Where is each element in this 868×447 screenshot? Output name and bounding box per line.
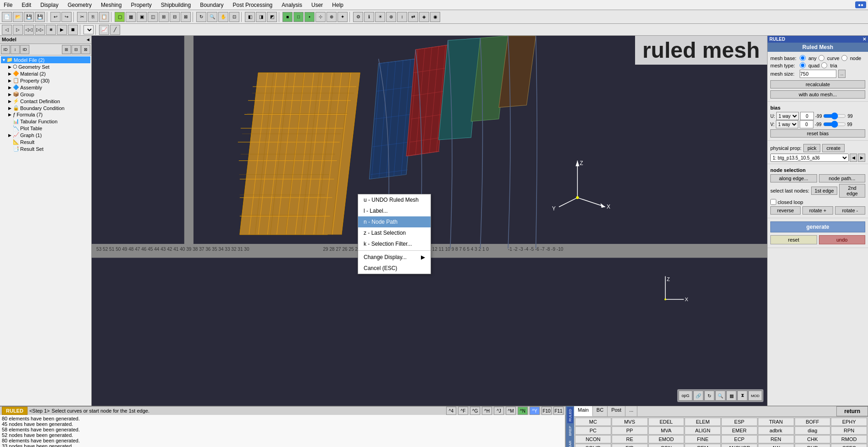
rotate-minus-btn[interactable]: rotate -	[835, 206, 865, 215]
tb-settings[interactable]: ⚙	[353, 12, 363, 22]
grid-RPN[interactable]: RPN	[831, 426, 867, 435]
grid-diag[interactable]: diag	[795, 426, 831, 435]
vp-filter[interactable]: ⧗	[737, 391, 747, 401]
2nd-edge-btn[interactable]: 2nd edge	[839, 184, 865, 198]
ctx-undo-ruled[interactable]: u - UNDO Ruled Mesh	[358, 194, 431, 205]
tb-misc5[interactable]: ◉	[430, 12, 440, 22]
model-tb-filter[interactable]: ⊞	[62, 45, 71, 54]
tb2-fwd2[interactable]: ▷▷	[35, 25, 45, 35]
grid-OFFC[interactable]: OFFC	[831, 444, 867, 447]
nav-ctrl4[interactable]: ^4	[446, 407, 456, 415]
rotate-plus-btn[interactable]: rotate +	[802, 206, 833, 215]
tb-misc3[interactable]: ⇄	[408, 12, 418, 22]
phys-prop-prev[interactable]: ◀	[850, 154, 857, 162]
grid-ECP[interactable]: ECP	[721, 435, 757, 443]
model-tb-expand[interactable]: ⊟	[72, 45, 81, 54]
tb-view3[interactable]: ◩	[267, 12, 277, 22]
vp-select[interactable]: ▦	[726, 391, 736, 401]
grid-PC[interactable]: PC	[575, 426, 611, 435]
tb-pan[interactable]: ✋	[218, 12, 228, 22]
bias-v-slider[interactable]	[823, 121, 846, 128]
grid-ESP[interactable]: ESP	[721, 418, 757, 426]
grid-ELEM[interactable]: ELEM	[685, 418, 721, 426]
tree-result[interactable]: 📐 Result	[1, 138, 90, 145]
mesh-size-browse[interactable]: ...	[838, 70, 846, 78]
menu-analysis[interactable]: Analysis	[280, 1, 304, 9]
menu-edit[interactable]: Edit	[20, 1, 33, 9]
ctx-last-selection[interactable]: z - Last Selection	[358, 227, 431, 238]
grid-CON[interactable]: CON	[648, 444, 685, 447]
tb-mesh5[interactable]: ⊕	[326, 12, 337, 22]
return-button[interactable]: return	[836, 406, 868, 416]
ruled-panel-close[interactable]: ✕	[862, 37, 866, 42]
tb-paste[interactable]: 📋	[99, 12, 109, 22]
ctx-selection-filter[interactable]: k - Selection Filter...	[358, 238, 431, 249]
tb-btn7[interactable]: ⊠	[181, 12, 191, 22]
tree-group[interactable]: ▶ 📦 Group	[1, 91, 90, 98]
tb-open[interactable]: 📂	[13, 12, 23, 22]
nav-ctrlY[interactable]: ^Y	[530, 407, 540, 415]
grid-EMOD[interactable]: EMOD	[648, 435, 685, 443]
grid-PP[interactable]: PP	[612, 426, 648, 435]
ctx-change-display[interactable]: Change Display... ▶	[358, 252, 431, 263]
model-tb-id[interactable]: ID	[1, 45, 10, 54]
node-path-btn[interactable]: node path...	[819, 174, 866, 182]
ctx-label[interactable]: l - Label...	[358, 205, 431, 216]
mesh-base-curve[interactable]: curve	[818, 55, 840, 61]
user-menu-brep[interactable]: BREP	[567, 424, 573, 438]
bias-u-slider[interactable]	[823, 112, 846, 120]
nav-ctrlH[interactable]: ^H	[482, 407, 492, 415]
tree-boundary-cond[interactable]: ▶ 🔒 Boundary Condition	[1, 105, 90, 111]
tb-mesh1[interactable]: ■	[282, 12, 293, 22]
phys-prop-pick[interactable]: pick	[803, 144, 821, 152]
tab-bc[interactable]: BC	[593, 406, 608, 416]
tb-misc4[interactable]: ◈	[419, 12, 429, 22]
bias-v-type[interactable]: 1 way 2 way	[776, 120, 798, 128]
grid-DUP[interactable]: DUP	[795, 444, 831, 447]
nav-ctrlM[interactable]: ^M	[506, 407, 516, 415]
reverse-btn[interactable]: reverse	[770, 206, 801, 215]
tb-mesh4[interactable]: ⊹	[315, 12, 326, 22]
grid-REN[interactable]: REN	[758, 435, 794, 443]
tb-btn5[interactable]: ⊞	[159, 12, 169, 22]
vp-mod[interactable]: MOD	[748, 391, 762, 401]
generate-btn[interactable]: generate	[770, 221, 865, 232]
model-tb-sort[interactable]: ↕	[11, 45, 20, 54]
menu-user[interactable]: User	[310, 1, 325, 9]
nav-F11[interactable]: F11	[553, 407, 564, 415]
mesh-base-node[interactable]: node	[841, 55, 861, 61]
nav-F10[interactable]: F10	[542, 407, 552, 415]
nav-ctrlG[interactable]: ^G	[470, 407, 480, 415]
tb-btn6[interactable]: ⊟	[170, 12, 180, 22]
nav-ctrlJ[interactable]: ^J	[494, 407, 504, 415]
tb2-stop[interactable]: ◾	[46, 25, 56, 35]
menu-meshing[interactable]: Meshing	[99, 1, 123, 9]
tb-redo[interactable]: ↪	[61, 12, 72, 22]
tb-rotate[interactable]: ↻	[196, 12, 206, 22]
tree-plot-table[interactable]: 📉 Plot Table	[1, 125, 90, 132]
tb2-graph[interactable]: 📈	[99, 25, 109, 35]
view-selector[interactable]	[83, 25, 94, 34]
grid-adbrk[interactable]: adbrk	[758, 426, 794, 435]
grid-ALIGN[interactable]: ALIGN	[685, 426, 721, 435]
tab-post[interactable]: Post	[608, 406, 625, 416]
phys-prop-select[interactable]: 1: btg_p13.5_10.5_a36	[770, 154, 849, 162]
tb-misc2[interactable]: ↕	[397, 12, 407, 22]
reset-bias-btn[interactable]: reset bias	[770, 129, 865, 138]
tree-model-file[interactable]: ▼ 📁 Model File (2)	[1, 56, 90, 63]
menu-help[interactable]: Help	[330, 1, 345, 9]
closed-loop-checkbox[interactable]: closed loop	[770, 199, 803, 205]
tb-mesh3[interactable]: ▪	[304, 12, 315, 22]
nav-ctrlN[interactable]: ^N	[518, 407, 528, 415]
tree-property[interactable]: ▶ 📋 Property (30)	[1, 77, 90, 84]
tb2-rec[interactable]: ⏹	[68, 25, 78, 35]
grid-FINE[interactable]: FINE	[685, 435, 721, 443]
tb-mesh6[interactable]: ✦	[337, 12, 348, 22]
viewport[interactable]: 53 52 51 50 49 48 47 46 45 44 43 42 41 4…	[92, 36, 767, 406]
grid-TRAN[interactable]: TRAN	[758, 418, 794, 426]
mesh-size-input[interactable]	[800, 70, 836, 78]
undo-btn[interactable]: undo	[819, 235, 866, 244]
phys-prop-create[interactable]: create	[822, 144, 845, 152]
tree-contact-def[interactable]: ▶ ⚡ Contact Definition	[1, 98, 90, 105]
recalculate-btn[interactable]: recalculate	[770, 80, 865, 88]
